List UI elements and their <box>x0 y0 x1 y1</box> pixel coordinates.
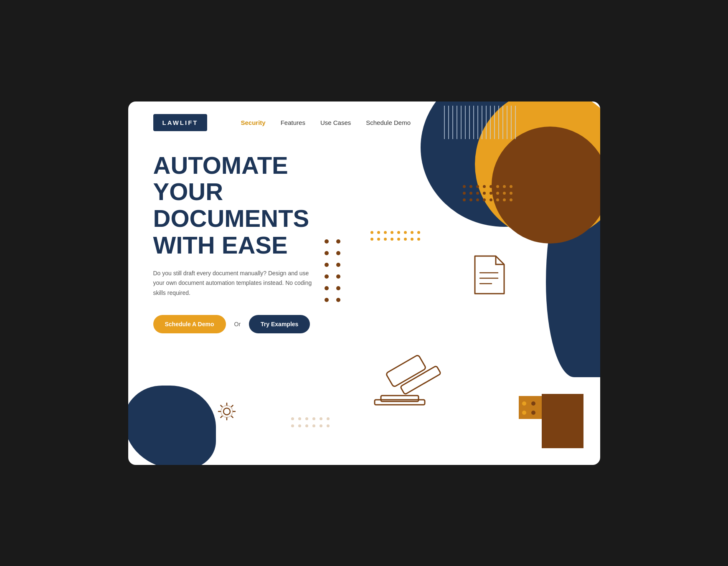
deco-blob-dark <box>128 386 216 465</box>
screen: LAWLIFT Security Features Use Cases Sche… <box>128 102 600 465</box>
hero-actions: Schedule A Demo Or Try Examples <box>153 315 575 333</box>
hero-title: AUTOMATE YOUR DOCUMENTS WITH EASE <box>153 152 358 259</box>
logo[interactable]: LAWLIFT <box>153 114 208 131</box>
try-examples-button[interactable]: Try Examples <box>249 315 310 333</box>
schedule-demo-button[interactable]: Schedule A Demo <box>153 315 226 333</box>
svg-rect-2 <box>386 355 426 387</box>
svg-rect-4 <box>375 400 425 405</box>
svg-point-1 <box>221 406 233 417</box>
svg-point-0 <box>223 408 230 415</box>
nav-link-use-cases[interactable]: Use Cases <box>320 119 351 126</box>
hero-or-label: Or <box>234 321 241 327</box>
svg-rect-5 <box>381 396 419 401</box>
dot-grid-bottom-right <box>522 401 535 415</box>
nav-link-schedule-demo[interactable]: Schedule Demo <box>366 119 411 126</box>
navbar: LAWLIFT Security Features Use Cases Sche… <box>128 102 600 131</box>
nav-link-security[interactable]: Security <box>241 119 265 126</box>
hero-section: AUTOMATE YOUR DOCUMENTS WITH EASE Do you… <box>128 131 600 334</box>
deco-rect-brown <box>542 394 583 448</box>
hero-description: Do you still draft every document manual… <box>153 269 312 298</box>
dot-grid-bottom-center <box>291 417 330 427</box>
gear-icon <box>216 401 238 427</box>
nav-link-features[interactable]: Features <box>281 119 305 126</box>
gavel-icon <box>362 350 446 415</box>
nav-links: Security Features Use Cases Schedule Dem… <box>241 119 411 126</box>
